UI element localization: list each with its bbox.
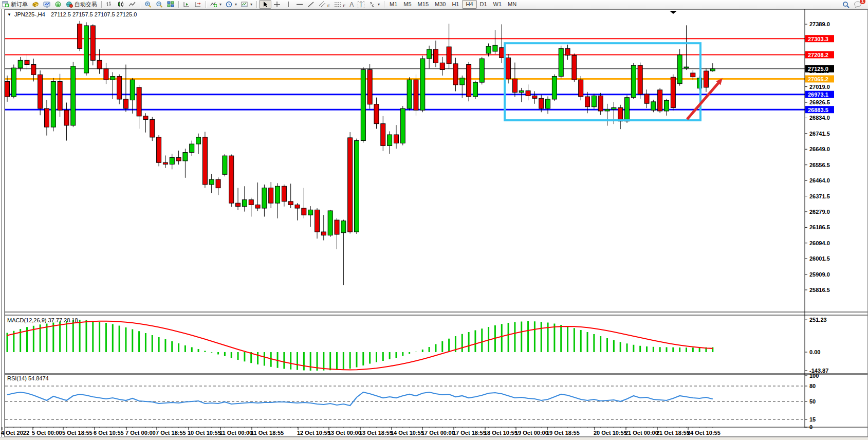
time-axis-label: 21 Oct 00:00 xyxy=(625,430,658,436)
data-window-button[interactable] xyxy=(52,1,64,8)
quotes-button[interactable] xyxy=(30,1,41,8)
candle-body xyxy=(539,98,544,108)
candle-body xyxy=(130,80,135,100)
chart-canvas[interactable]: 27389.027296.527204.027111.527019.026926… xyxy=(0,9,868,437)
candle-body xyxy=(512,79,517,93)
candle-body xyxy=(269,188,273,204)
text-button[interactable]: A xyxy=(347,1,356,8)
market-watch-button[interactable] xyxy=(41,1,52,8)
candle-body xyxy=(354,141,359,232)
chart-border xyxy=(5,10,868,437)
price-axis-tick-label: 27389.0 xyxy=(809,21,830,27)
toolbar-separator xyxy=(384,1,384,8)
candle-body xyxy=(658,90,662,111)
time-axis-label: 12 Oct 10:55 xyxy=(297,430,330,436)
rsi-axis-label: 15 xyxy=(809,416,816,423)
candle-body xyxy=(44,108,49,127)
candle-body xyxy=(565,48,570,55)
horizontal-line-button[interactable] xyxy=(294,1,305,8)
autotrading-button[interactable]: 自动交易 xyxy=(64,1,99,8)
candle-body xyxy=(209,179,214,185)
candle-body xyxy=(427,49,432,59)
fibonacci-button[interactable]: F xyxy=(332,1,347,8)
vertical-line-icon xyxy=(285,1,292,8)
new-order-button[interactable]: 新订单 xyxy=(0,1,30,8)
tile-windows-button[interactable] xyxy=(165,1,176,8)
vertical-line-button[interactable] xyxy=(283,1,294,8)
candle-body xyxy=(407,80,412,108)
time-axis-label: 13 Oct 18:55 xyxy=(359,430,393,436)
auto-scroll-button[interactable] xyxy=(192,1,204,8)
candle-body xyxy=(229,156,234,203)
time-axis-label: 21 Oct 18:55 xyxy=(656,430,690,436)
candle-body xyxy=(143,116,148,120)
trendline-button[interactable] xyxy=(305,1,317,8)
candle-body xyxy=(18,60,23,68)
text-label-button[interactable]: T xyxy=(356,1,366,8)
candle-body xyxy=(526,91,530,96)
price-level-badge-label: 27208.2 xyxy=(808,52,828,58)
candle-body xyxy=(546,99,550,108)
timeframe-d1[interactable]: D1 xyxy=(477,1,490,8)
candle-body xyxy=(190,144,194,152)
auto-scroll-icon xyxy=(194,1,201,8)
channel-icon xyxy=(319,1,326,8)
timeframe-m5[interactable]: M5 xyxy=(400,1,414,8)
timeframe-m15[interactable]: M15 xyxy=(415,1,432,8)
macd-axis-label: 251.23 xyxy=(809,317,827,323)
line-chart-button[interactable] xyxy=(126,1,138,8)
candle-body xyxy=(84,26,88,73)
data-window-icon xyxy=(54,1,62,8)
crosshair-button[interactable] xyxy=(271,1,283,8)
zoom-out-button[interactable] xyxy=(154,1,165,8)
timeframe-m1[interactable]: M1 xyxy=(386,1,400,8)
time-axis-label: 6 Oct 10:55 xyxy=(94,430,124,436)
candle-body xyxy=(150,119,155,137)
candle-body xyxy=(598,96,603,111)
arrows-button[interactable]: ▾ xyxy=(366,1,382,8)
comment-button[interactable]: 1 xyxy=(852,1,863,8)
candle-body xyxy=(638,65,642,94)
dropdown-arrow-icon: ▾ xyxy=(235,2,237,7)
trendline-icon xyxy=(307,1,315,8)
autotrading-label: 自动交易 xyxy=(75,1,97,8)
search-button[interactable] xyxy=(840,1,852,8)
time-axis-label: 4 Oct 2022 xyxy=(1,430,29,436)
marker-triangle-icon xyxy=(670,11,677,14)
timeframe-m30[interactable]: M30 xyxy=(432,1,449,8)
rsi-axis-label: 80 xyxy=(809,383,816,389)
chart-shift-button[interactable] xyxy=(181,1,192,8)
dropdown-arrow-icon: ▾ xyxy=(378,2,380,7)
toolbar-separator xyxy=(256,1,257,8)
candle-body xyxy=(341,221,346,233)
timeframe-h1[interactable]: H1 xyxy=(449,1,462,8)
candle-body xyxy=(684,67,689,68)
templates-button[interactable]: ▾ xyxy=(239,1,254,8)
timeframe-group: M1M5M15M30H1H4D1W1MN xyxy=(386,0,520,9)
candle-body xyxy=(170,157,174,164)
cursor-button[interactable] xyxy=(259,0,271,9)
chart-menu-arrow-icon[interactable]: ▼ xyxy=(7,12,11,17)
bar-chart-button[interactable] xyxy=(104,1,115,8)
timeframe-w1[interactable]: W1 xyxy=(490,1,505,8)
text-tool-icon: A xyxy=(349,1,354,8)
time-axis-label: 24 Oct 10:55 xyxy=(687,430,721,436)
zoom-in-button[interactable] xyxy=(142,1,154,8)
candle-body xyxy=(31,65,36,75)
candle-body xyxy=(467,65,471,97)
candle-chart-button[interactable] xyxy=(115,1,126,8)
candle-body xyxy=(262,188,267,208)
candle-body xyxy=(506,58,511,79)
candle-body xyxy=(664,100,669,111)
timeframe-h4[interactable]: H4 xyxy=(462,0,476,9)
candle-body xyxy=(242,200,247,207)
candle-body xyxy=(11,68,16,97)
indicators-button[interactable]: ▾ xyxy=(208,1,224,8)
candle-body xyxy=(236,203,241,207)
periods-button[interactable]: ▾ xyxy=(224,1,239,8)
price-axis-tick-label: 26464.0 xyxy=(809,177,830,184)
candle-body xyxy=(308,210,313,215)
timeframe-mn[interactable]: MN xyxy=(505,1,520,8)
channel-button[interactable]: E xyxy=(317,1,332,8)
bottom-scroll-strip[interactable] xyxy=(0,437,868,440)
